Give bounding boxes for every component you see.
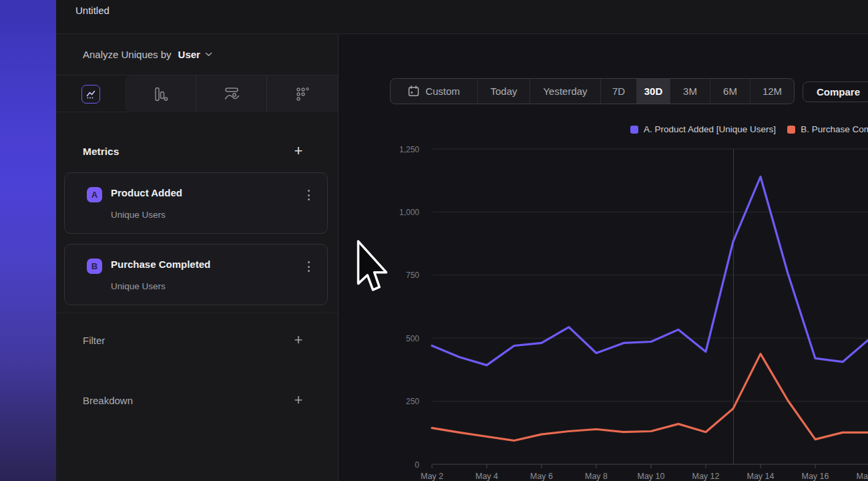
time-range-6m[interactable]: 6M	[710, 79, 750, 104]
x-axis-tick-label: May 8	[585, 472, 608, 481]
flows-icon	[223, 86, 240, 102]
x-axis-tick-label: May 10	[638, 472, 665, 481]
chart-type-tabs	[56, 75, 338, 112]
desktop-background-strip	[0, 0, 56, 481]
time-range-label: Yesterday	[543, 86, 587, 97]
top-bar: Untitled	[56, 0, 868, 34]
chevron-down-icon	[205, 52, 212, 57]
time-range-label: 7D	[612, 86, 625, 97]
metric-subtitle[interactable]: Unique Users	[111, 210, 166, 220]
x-axis-tick-label: May 18	[857, 472, 868, 481]
filter-section-label: Filter	[83, 335, 105, 346]
tab-funnels[interactable]	[125, 75, 196, 112]
chart-type-tab-group	[125, 75, 338, 112]
x-axis-tick-label: May 4	[475, 472, 498, 481]
time-range-12m[interactable]: 12M	[750, 79, 794, 104]
add-metric-button[interactable]: +	[292, 144, 305, 158]
line-chart[interactable]: 02505007501,0001,250May 2May 4May 6May 8…	[339, 120, 868, 481]
time-range-label: Custom	[425, 86, 460, 97]
tab-retention[interactable]	[266, 75, 338, 112]
time-range-7d[interactable]: 7D	[600, 79, 636, 104]
time-range-custom[interactable]: Custom	[391, 79, 477, 104]
x-axis-tick-label: May 12	[692, 472, 720, 481]
metric-series-badge: A	[87, 187, 102, 202]
analyze-by-value: User	[178, 49, 200, 60]
series-line[interactable]	[432, 354, 868, 441]
metric-title: Product Added	[111, 187, 182, 198]
metric-series-badge: B	[87, 259, 102, 274]
time-range-today[interactable]: Today	[477, 79, 529, 104]
report-title[interactable]: Untitled	[75, 5, 110, 16]
y-axis-tick-label: 750	[406, 271, 419, 280]
x-axis-tick-label: May 14	[747, 472, 775, 481]
compare-button[interactable]: Compare	[803, 82, 868, 102]
y-axis-tick-label: 500	[406, 334, 419, 343]
metric-title: Purchase Completed	[111, 259, 210, 270]
sidebar-divider	[56, 313, 338, 313]
add-filter-button[interactable]: +	[292, 333, 305, 347]
series-line[interactable]	[432, 177, 868, 365]
time-range-label: 30D	[644, 86, 663, 97]
retention-dots-icon	[294, 86, 310, 102]
metric-options-kebab-icon[interactable]	[308, 261, 310, 272]
chart-panel: CustomTodayYesterday7D30D3M6M12M Compare…	[339, 34, 868, 481]
time-range-yesterday[interactable]: Yesterday	[529, 79, 600, 104]
y-axis-tick-label: 250	[406, 397, 419, 406]
query-sidebar: Analyze Uniques by User	[56, 34, 339, 481]
y-axis-tick-label: 1,000	[399, 208, 419, 217]
analyze-row: Analyze Uniques by User	[56, 34, 338, 75]
metric-subtitle[interactable]: Unique Users	[111, 281, 166, 291]
analyze-label: Analyze Uniques by	[83, 49, 172, 60]
date-range-toolbar: CustomTodayYesterday7D30D3M6M12M	[390, 78, 795, 104]
metric-options-kebab-icon[interactable]	[308, 190, 310, 200]
funnel-bars-icon	[152, 86, 168, 102]
breakdown-section-label: Breakdown	[83, 395, 133, 406]
tab-insights[interactable]	[56, 75, 125, 112]
tab-flows[interactable]	[196, 75, 267, 112]
metric-card[interactable]: BPurchase CompletedUnique Users	[64, 244, 328, 305]
time-range-3m[interactable]: 3M	[670, 79, 710, 104]
x-axis-tick-label: May 2	[421, 472, 443, 481]
calendar-icon	[408, 86, 419, 97]
time-range-label: 3M	[683, 86, 697, 97]
add-breakdown-button[interactable]: +	[292, 393, 305, 408]
y-axis-tick-label: 0	[415, 460, 419, 470]
time-range-30d[interactable]: 30D	[636, 79, 670, 104]
analyze-by-dropdown[interactable]: User	[178, 49, 212, 60]
y-axis-tick-label: 1,250	[399, 145, 419, 154]
time-range-label: 6M	[723, 86, 737, 97]
x-axis-tick-label: May 16	[802, 472, 829, 481]
x-axis-tick-label: May 6	[530, 472, 553, 481]
app-window: { "window": { "title": "Untitled" }, "si…	[0, 0, 868, 481]
metrics-section-label: Metrics	[83, 146, 119, 158]
line-chart-icon	[81, 85, 100, 104]
time-range-label: 12M	[763, 86, 782, 97]
metric-card[interactable]: AProduct AddedUnique Users	[64, 172, 328, 234]
time-range-label: Today	[490, 86, 517, 97]
